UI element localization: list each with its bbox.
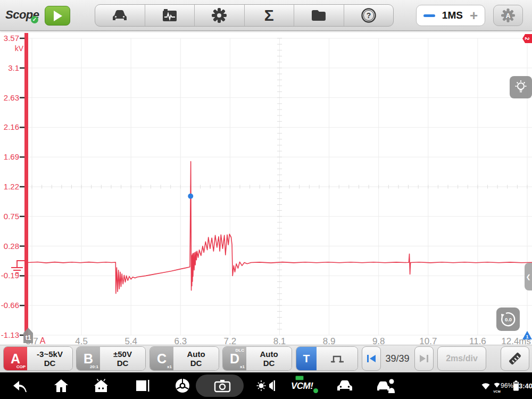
channel-a-button[interactable]: ACOP -3~5kVDC: [3, 346, 73, 371]
channel-b-button[interactable]: B20:1 ±50VDC: [76, 346, 146, 371]
wifi-status: [480, 381, 492, 390]
sigma-icon: Σ: [264, 7, 274, 23]
home-icon: [53, 378, 69, 393]
skip-end-icon: [418, 354, 430, 363]
svg-text:?: ?: [366, 11, 371, 20]
sample-rate-control: 1MS +: [416, 5, 485, 26]
y-tick-label: 2.63: [4, 93, 19, 102]
display-sound-button[interactable]: [256, 379, 276, 393]
vcm-status-button[interactable]: VCM!: [290, 377, 321, 396]
channel-b-settings: ±50VDC: [100, 347, 145, 370]
android-nav-bar: VCM! VCM 96%: [0, 372, 532, 399]
question-icon: ?: [361, 7, 377, 23]
channel-c-settings: AutoDC: [173, 347, 219, 370]
channel-axis-label: A: [40, 336, 46, 345]
trigger-button[interactable]: T: [296, 346, 358, 371]
chevron-left-icon: ❮: [526, 273, 530, 280]
settings-button[interactable]: [195, 5, 245, 26]
chrome-button[interactable]: [174, 378, 190, 394]
y-tick-label: -0.66: [1, 301, 19, 310]
vehicle-button[interactable]: [95, 5, 145, 26]
x-tick-label: 6.3: [174, 336, 187, 345]
sample-rate-decrease-button[interactable]: [423, 14, 435, 17]
vehicle-menu-button[interactable]: [336, 379, 354, 393]
y-tick-label: 1.69: [4, 152, 19, 161]
clock: 3:40: [519, 382, 532, 390]
file-button[interactable]: [294, 5, 344, 26]
start-stop-button[interactable]: [45, 6, 70, 26]
android-home-icon: [93, 378, 110, 393]
auto-setup-button[interactable]: A: [493, 5, 523, 26]
trigger-mode: [317, 347, 358, 370]
reset-zoom-button[interactable]: 0.0: [496, 307, 520, 331]
measurement-marker-dot: [188, 194, 193, 199]
service-menu-button[interactable]: [376, 378, 397, 393]
y-axis-unit: kV: [15, 44, 24, 53]
y-tick-label: 1.22: [4, 182, 19, 191]
y-tick-label: 0.75: [4, 212, 19, 221]
battery-status: [513, 380, 519, 391]
y-tick-label: -1.13: [1, 330, 19, 339]
skip-to-last-frame-button[interactable]: [414, 346, 434, 371]
channel-a-tag: ACOP: [4, 347, 27, 370]
svg-text:0.0: 0.0: [505, 317, 512, 322]
folder-icon: [311, 9, 327, 22]
y-tick-label: -0.19: [1, 271, 19, 280]
y-tick-label: 2.16: [4, 122, 19, 131]
trigger-tag: T: [296, 347, 317, 370]
auto-gear-icon: A: [501, 8, 516, 23]
y-tick-label: 3.1: [8, 63, 19, 72]
vcm-wifi-icon: [493, 381, 501, 388]
waveform-file-icon: [162, 9, 178, 22]
play-icon: [52, 10, 63, 22]
vcm-wifi-status: [493, 381, 501, 388]
help-button[interactable]: ?: [344, 5, 394, 26]
measurements-button[interactable]: Σ: [245, 5, 295, 26]
gear-icon: [211, 7, 227, 23]
tips-button[interactable]: [510, 76, 532, 98]
camera-icon: [214, 379, 231, 393]
frame-counter: 39/39: [384, 346, 411, 371]
back-button[interactable]: [12, 378, 28, 393]
x-tick-label: 8.1: [273, 336, 286, 345]
saved-waveforms-button[interactable]: [145, 5, 195, 26]
car-service-icon: [376, 378, 397, 393]
vcm-logo-text: VCM!: [291, 381, 313, 392]
side-drawer-handle[interactable]: ❮: [525, 263, 532, 290]
top-toolbar: Scope ✓: [0, 0, 532, 31]
x-tick-label: 10.7: [419, 336, 437, 345]
svg-text:A: A: [506, 12, 511, 20]
channel-b-tag: B20:1: [77, 347, 100, 370]
battery-icon: [513, 380, 519, 391]
channel-d-button[interactable]: D DLC x1 AutoDC: [222, 346, 292, 371]
skip-start-icon: [365, 354, 377, 363]
vcm-badge-icon: [295, 376, 304, 380]
channel-c-button[interactable]: Cx1 AutoDC: [149, 346, 219, 371]
skip-to-first-frame-button[interactable]: [362, 346, 381, 371]
x-tick-label: 11.6: [469, 336, 486, 345]
screenshot-button[interactable]: [214, 379, 231, 393]
waveform-chart[interactable]: 3.74.55.46.37.28.18.99.810.711.612.4ms3.…: [0, 31, 532, 345]
car-white-icon: [336, 379, 354, 393]
x-tick-label: 8.9: [323, 336, 336, 345]
channel-c-tag: Cx1: [150, 347, 173, 370]
recents-button[interactable]: [135, 378, 151, 393]
toolbar-button-group: Σ ?: [95, 4, 394, 27]
channel-d-tag: D DLC x1: [223, 347, 246, 370]
home-button[interactable]: [53, 378, 69, 393]
brightness-volume-icon: [256, 379, 276, 393]
sample-rate-increase-button[interactable]: +: [470, 9, 478, 22]
recents-icon: [135, 378, 151, 393]
logo-check-icon: ✓: [31, 16, 38, 23]
trigger-position-label: 1: [526, 334, 528, 339]
channel-a-settings: -3~5kVDC: [27, 347, 72, 370]
ruler-tool-button[interactable]: [501, 346, 529, 371]
timebase-button[interactable]: 2ms/div: [437, 346, 486, 371]
back-icon: [12, 378, 28, 393]
scope-app: Scope ✓: [0, 0, 532, 399]
app-home-button[interactable]: [93, 378, 110, 393]
channel-d-settings: AutoDC: [246, 347, 292, 370]
x-tick-label: 4.5: [75, 336, 88, 345]
reset-zoom-icon: 0.0: [499, 310, 517, 328]
scope-plot-area[interactable]: 3.74.55.46.37.28.18.99.810.711.612.4ms3.…: [0, 31, 532, 345]
